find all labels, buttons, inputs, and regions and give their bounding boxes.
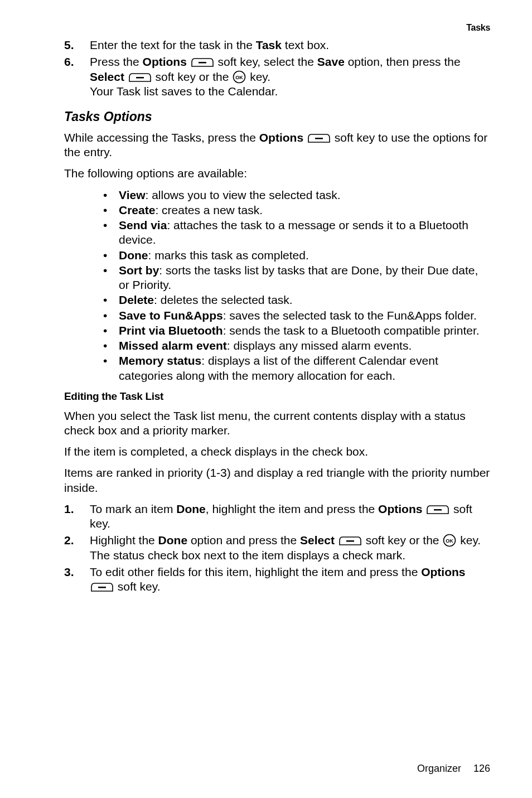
step-content: Highlight the Done option and press the … <box>90 533 490 563</box>
text-bold: Options <box>143 55 187 68</box>
bullet-icon: • <box>103 203 119 217</box>
text-bold: Task <box>256 38 282 51</box>
text-bold: Save <box>317 55 345 68</box>
option-desc: : attaches the task to a message or send… <box>119 219 468 246</box>
softkey-icon <box>129 71 151 80</box>
softkey-icon <box>91 581 113 589</box>
footer-chapter: Organizer <box>417 763 461 774</box>
step-content: To edit other fields for this item, high… <box>90 565 490 594</box>
list-item: •Create: creates a new task. <box>103 203 490 217</box>
softkey-icon <box>191 56 214 65</box>
bullet-icon: • <box>103 354 119 383</box>
option-label: Missed alarm event <box>119 339 227 352</box>
list-item: •Save to Fun&Apps: saves the selected ta… <box>103 308 490 323</box>
option-label: Sort by <box>119 264 159 277</box>
step-number: 2. <box>64 533 90 563</box>
option-label: Delete <box>119 293 154 306</box>
list-item: •Done: marks this task as completed. <box>103 248 490 263</box>
option-desc: : saves the selected task to the Fun&App… <box>223 309 477 322</box>
step-5: 5. Enter the text for the task in the Ta… <box>64 38 490 52</box>
bullet-icon: • <box>103 263 119 293</box>
paragraph: While accessing the Tasks, press the Opt… <box>64 130 490 160</box>
step-b2: 2. Highlight the Done option and press t… <box>64 533 490 563</box>
paragraph: The following options are available: <box>64 166 490 181</box>
option-label: Save to Fun&Apps <box>119 309 223 322</box>
step-6-content: Press the Options soft key, select the S… <box>90 55 490 99</box>
heading-tasks-options: Tasks Options <box>64 109 490 125</box>
text-bold: Done <box>158 534 188 546</box>
list-item: •Missed alarm event: displays any missed… <box>103 338 490 353</box>
instruction-list-1: 5. Enter the text for the task in the Ta… <box>64 38 490 99</box>
step-b1: 1. To mark an item Done, highlight the i… <box>64 502 490 531</box>
text-fragment: Highlight the <box>90 534 158 546</box>
bullet-icon: • <box>103 308 119 323</box>
paragraph: When you select the Task list menu, the … <box>64 409 490 438</box>
softkey-icon <box>339 534 361 543</box>
option-label: Memory status <box>119 354 201 367</box>
text-fragment: option and press the <box>187 534 300 546</box>
step-5-content: Enter the text for the task in the Task … <box>90 38 490 52</box>
option-desc: : marks this task as completed. <box>148 249 309 262</box>
text-fragment: soft key, select the <box>218 55 317 68</box>
option-label: View <box>119 188 145 201</box>
step-number: 1. <box>64 502 90 531</box>
list-item: •Delete: deletes the selected task. <box>103 293 490 307</box>
page-footer: Organizer126 <box>417 762 490 775</box>
text-fragment: key. <box>460 534 481 546</box>
text-bold: Options <box>421 565 465 578</box>
footer-page-number: 126 <box>473 763 490 774</box>
ok-icon <box>233 70 246 84</box>
text-fragment: Press the <box>90 55 143 68</box>
text-bold: Options <box>378 502 422 515</box>
bullet-icon: • <box>103 188 119 202</box>
bullet-icon: • <box>103 338 119 353</box>
text-fragment: soft key or the <box>156 70 233 83</box>
list-item: •View: allows you to view the selected t… <box>103 188 490 202</box>
step-number: 3. <box>64 565 90 594</box>
option-desc: : sorts the tasks list by tasks that are… <box>119 264 478 291</box>
text-fragment: To mark an item <box>90 502 176 515</box>
option-desc: : deletes the selected task. <box>154 293 293 306</box>
option-label: Send via <box>119 219 167 231</box>
text-fragment: To edit other fields for this item, high… <box>90 565 421 578</box>
list-item: •Memory status: displays a list of the d… <box>103 354 490 383</box>
text-fragment: , highlight the item and press the <box>206 502 378 515</box>
text-fragment: Your Task list saves to the Calendar. <box>90 85 278 98</box>
options-bullet-list: •View: allows you to view the selected t… <box>103 188 490 383</box>
step-b3: 3. To edit other fields for this item, h… <box>64 565 490 594</box>
option-desc: : sends the task to a Bluetooth compatib… <box>223 324 480 337</box>
text-fragment: option, then press the <box>345 55 461 68</box>
ok-icon <box>443 534 456 547</box>
page-header: Tasks <box>64 22 490 33</box>
bullet-icon: • <box>103 248 119 263</box>
list-item: •Send via: attaches the task to a messag… <box>103 218 490 248</box>
text-bold: Select <box>90 70 124 83</box>
bullet-icon: • <box>103 293 119 307</box>
option-label: Create <box>119 204 155 216</box>
text-fragment: soft key. <box>118 580 161 593</box>
option-desc: : displays any missed alarm events. <box>227 339 412 352</box>
text-fragment: Enter the text for the task in the <box>90 38 256 51</box>
softkey-icon <box>308 132 330 141</box>
text-fragment: soft key or the <box>366 534 443 546</box>
text-bold: Select <box>300 534 335 546</box>
text-bold: Options <box>259 131 303 144</box>
text-fragment: The status check box next to the item di… <box>90 549 405 562</box>
list-item: •Sort by: sorts the tasks list by tasks … <box>103 263 490 293</box>
text-fragment: While accessing the Tasks, press the <box>64 131 259 144</box>
option-desc: : allows you to view the selected task. <box>145 188 340 201</box>
step-6-number: 6. <box>64 55 90 99</box>
option-label: Print via Bluetooth <box>119 324 223 337</box>
option-desc: : creates a new task. <box>155 204 263 216</box>
text-bold: Done <box>176 502 206 515</box>
paragraph: If the item is completed, a check displa… <box>64 444 490 459</box>
bullet-icon: • <box>103 323 119 338</box>
text-fragment: key. <box>250 70 270 83</box>
step-5-number: 5. <box>64 38 90 52</box>
bullet-icon: • <box>103 218 119 248</box>
softkey-icon <box>427 503 449 512</box>
paragraph: Items are ranked in priority (1-3) and d… <box>64 466 490 495</box>
heading-editing-task-list: Editing the Task List <box>64 390 490 403</box>
instruction-list-2: 1. To mark an item Done, highlight the i… <box>64 502 490 594</box>
option-label: Done <box>119 249 148 262</box>
